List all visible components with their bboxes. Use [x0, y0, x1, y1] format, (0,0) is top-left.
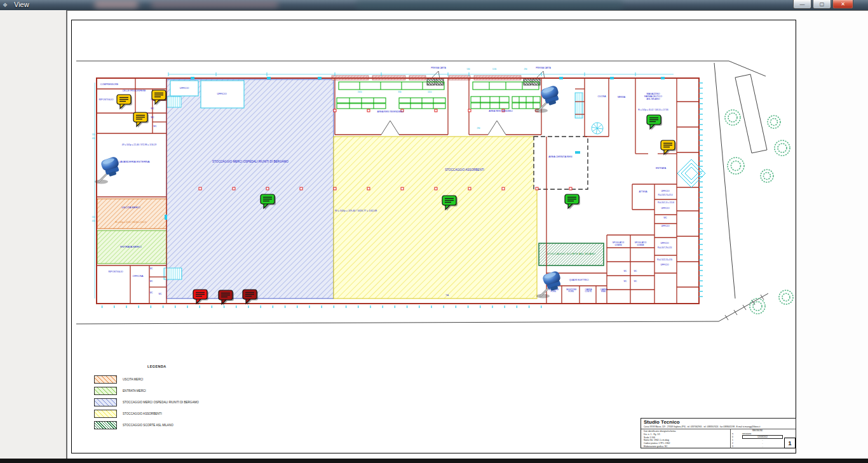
close-icon: ✕ — [841, 1, 845, 7]
comment-bubble-icon[interactable] — [218, 290, 236, 306]
comment-bubble-icon[interactable] — [646, 114, 664, 131]
comment-bubble-icon[interactable] — [242, 289, 260, 305]
comment-bubble-icon[interactable] — [193, 289, 210, 305]
close-button[interactable]: ✕ — [832, 0, 853, 9]
maximize-button[interactable]: ▢ — [813, 0, 831, 9]
pushpin-icon[interactable] — [94, 152, 123, 185]
comment-bubble-icon[interactable] — [116, 94, 134, 111]
maximize-icon: ▢ — [820, 1, 825, 7]
comment-bubble-icon[interactable] — [133, 112, 151, 128]
titlebar-glass-blur — [94, 1, 139, 8]
comment-bubble-icon[interactable] — [442, 195, 459, 211]
titlebar: ❖ View — [0, 0, 868, 10]
window-title: View — [14, 1, 29, 8]
minimize-icon: — — [800, 1, 805, 7]
comment-bubble-icon[interactable] — [564, 194, 582, 210]
titlebar-glass-blur — [151, 1, 278, 8]
app-icon: ❖ — [3, 2, 10, 9]
comment-bubble-icon[interactable] — [660, 140, 678, 156]
window-controls: — ▢ ✕ — [793, 0, 853, 9]
plan-markers — [0, 0, 868, 463]
titlebar-glass-blur — [356, 0, 623, 10]
comment-bubble-icon[interactable] — [151, 90, 169, 106]
pushpin-icon[interactable] — [536, 267, 565, 300]
minimize-button[interactable]: — — [793, 0, 811, 9]
pushpin-icon[interactable] — [534, 81, 563, 114]
comment-bubble-icon[interactable] — [260, 194, 278, 210]
